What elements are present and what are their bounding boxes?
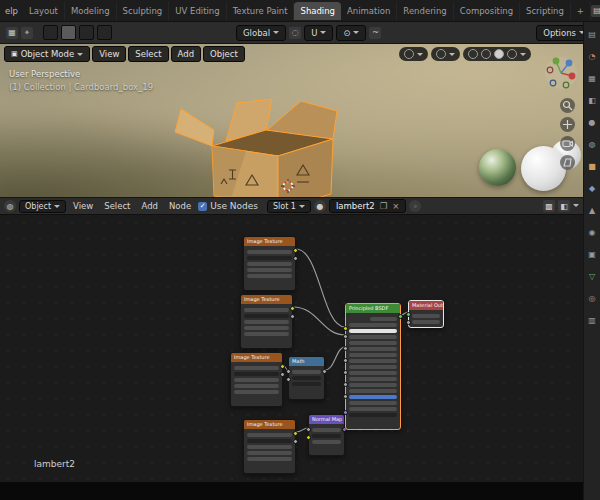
node-param[interactable] [349, 401, 397, 405]
node-socket[interactable] [322, 369, 327, 374]
pivot-point-icon[interactable]: ◌ [289, 27, 301, 39]
node-param[interactable] [247, 256, 292, 260]
tab-layout[interactable]: Layout [23, 2, 65, 20]
node-socket[interactable] [343, 410, 348, 415]
node-material-output[interactable]: Material Output [408, 300, 444, 328]
node-socket[interactable] [290, 314, 295, 319]
tab-texture-paint[interactable]: Texture Paint [227, 2, 295, 20]
world-tab-icon[interactable]: ◍ [589, 140, 596, 149]
proportional-edit-dropdown[interactable]: ⊙ [336, 25, 366, 41]
node-param[interactable] [312, 428, 341, 432]
shader-menu-add[interactable]: Add [137, 201, 161, 211]
shading-solid-button[interactable] [481, 49, 491, 59]
node-param[interactable] [292, 370, 321, 374]
tab-shading[interactable]: Shading [294, 2, 341, 20]
node-param[interactable] [312, 434, 341, 438]
node-param[interactable] [234, 390, 279, 394]
node-socket[interactable] [306, 427, 311, 432]
node-param[interactable] [247, 439, 292, 443]
output-tab-icon[interactable]: ▦ [588, 74, 596, 83]
node-param[interactable] [247, 445, 292, 449]
viewport-menu-add[interactable]: Add [171, 46, 201, 62]
shader-menu-node[interactable]: Node [165, 201, 195, 211]
node-socket[interactable] [286, 377, 291, 382]
copy-material-icon[interactable]: ❐ [380, 201, 388, 211]
node-socket[interactable] [293, 256, 298, 261]
node-socket[interactable] [343, 382, 348, 387]
tab-rendering[interactable]: Rendering [397, 2, 453, 20]
overlay-toggle-icon[interactable]: ◧ [558, 200, 570, 212]
scene-tab-icon[interactable]: ● [589, 118, 596, 127]
material-browse-icon[interactable]: ● [314, 200, 326, 212]
select-mode-circle[interactable] [79, 25, 94, 40]
node-param[interactable] [247, 457, 292, 461]
node-socket[interactable] [290, 306, 295, 311]
node-image-texture-2[interactable]: Image Texture [240, 294, 293, 349]
node-socket[interactable] [293, 439, 298, 444]
perspective-toggle-icon[interactable] [560, 155, 575, 170]
select-mode-box[interactable] [61, 25, 76, 40]
node-param[interactable] [349, 413, 397, 417]
viewport-3d[interactable]: ▣ Object Mode View Select Add Object Use… [0, 44, 583, 197]
node-param[interactable] [234, 372, 279, 376]
node-title[interactable]: Normal Map [309, 415, 344, 424]
node-title[interactable]: Image Texture [241, 295, 292, 304]
tool-panel-icon[interactable]: ▤ [588, 30, 596, 39]
node-param[interactable] [349, 335, 397, 339]
node-param[interactable] [349, 371, 397, 375]
node-param[interactable] [412, 320, 440, 324]
shader-menu-select[interactable]: Select [100, 201, 134, 211]
tab-animation[interactable]: Animation [341, 2, 397, 20]
cursor-tool-icon[interactable]: ⌖ [21, 27, 33, 39]
node-param[interactable] [247, 250, 292, 254]
shading-material-button[interactable] [494, 49, 504, 59]
node-param[interactable] [244, 332, 289, 336]
pin-icon[interactable]: ◦ [409, 200, 421, 212]
shading-rendered-button[interactable] [507, 49, 517, 59]
node-param[interactable] [349, 365, 397, 369]
overlays-toggle[interactable] [399, 47, 428, 61]
node-param[interactable] [349, 377, 397, 381]
material-name-field[interactable]: lambert2 ❐ × [329, 199, 406, 213]
node-param[interactable] [292, 376, 321, 380]
node-param[interactable] [349, 353, 397, 357]
node-param[interactable] [247, 268, 292, 272]
select-mode-tweak[interactable] [43, 25, 58, 40]
gizmos-toggle[interactable] [431, 47, 460, 61]
node-param[interactable] [244, 320, 289, 324]
unlink-material-icon[interactable]: × [392, 201, 399, 211]
node-param[interactable] [349, 329, 397, 333]
node-param[interactable] [312, 440, 341, 444]
node-param[interactable] [349, 389, 397, 393]
zoom-icon[interactable] [560, 98, 575, 113]
snap-node-icon[interactable]: ▩ [543, 200, 555, 212]
node-param[interactable] [234, 384, 279, 388]
mode-selector[interactable]: ▣ Object Mode [4, 46, 90, 62]
node-socket[interactable] [398, 314, 403, 319]
node-socket[interactable] [406, 320, 411, 325]
node-socket[interactable] [343, 370, 348, 375]
node-principled-bsdf[interactable]: Principled BSDF [345, 303, 401, 430]
node-param[interactable] [247, 433, 292, 437]
node-title[interactable]: Image Texture [231, 353, 282, 362]
node-socket[interactable] [293, 431, 298, 436]
transform-orientation-dropdown[interactable]: Global [236, 25, 286, 41]
node-param[interactable] [247, 451, 292, 455]
physics-tab-icon[interactable]: ◉ [589, 228, 596, 237]
tab-sculpting[interactable]: Sculpting [117, 2, 170, 20]
editor-type-icon[interactable]: ◍ [4, 200, 16, 212]
shader-context-dropdown[interactable]: Object [19, 200, 66, 213]
node-param[interactable] [349, 395, 397, 399]
node-param[interactable] [244, 326, 289, 330]
viewport-menu-object[interactable]: Object [203, 46, 245, 62]
navigation-gizmo[interactable] [544, 56, 578, 90]
render-tab-icon[interactable]: ◔ [589, 52, 596, 61]
node-param[interactable] [244, 314, 289, 318]
node-title[interactable]: Image Texture [244, 237, 295, 246]
node-socket[interactable] [343, 326, 348, 331]
node-param[interactable] [370, 317, 398, 321]
viewport-menu-view[interactable]: View [92, 46, 126, 62]
tool-mode-icon[interactable]: ▦ [6, 27, 18, 39]
tab-modeling[interactable]: Modeling [65, 2, 117, 20]
node-param[interactable] [247, 274, 292, 278]
